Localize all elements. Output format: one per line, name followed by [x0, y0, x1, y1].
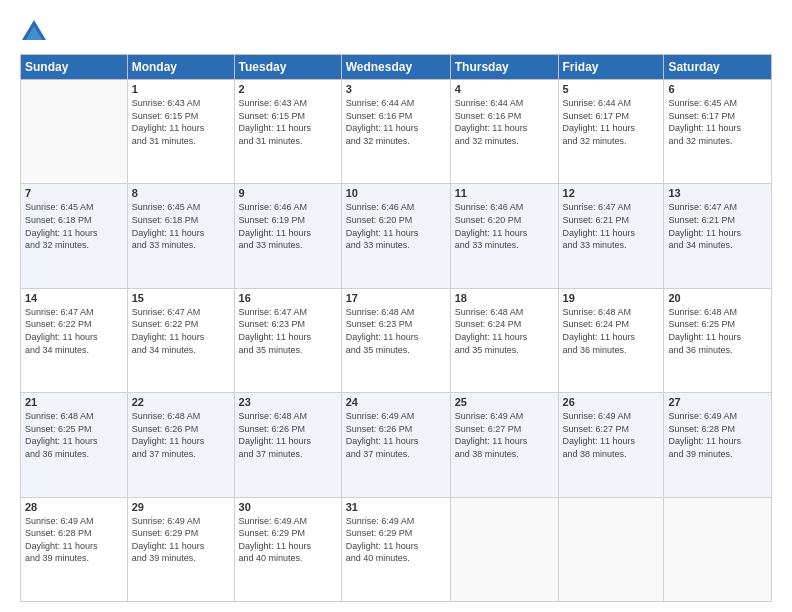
day-info: Sunrise: 6:47 AM Sunset: 6:22 PM Dayligh…: [25, 306, 123, 356]
header-sunday: Sunday: [21, 55, 128, 80]
day-number: 18: [455, 292, 554, 304]
day-info: Sunrise: 6:49 AM Sunset: 6:29 PM Dayligh…: [239, 515, 337, 565]
day-number: 25: [455, 396, 554, 408]
day-number: 12: [563, 187, 660, 199]
day-number: 10: [346, 187, 446, 199]
calendar-cell: 18Sunrise: 6:48 AM Sunset: 6:24 PM Dayli…: [450, 288, 558, 392]
day-number: 20: [668, 292, 767, 304]
day-info: Sunrise: 6:47 AM Sunset: 6:22 PM Dayligh…: [132, 306, 230, 356]
calendar-cell: 11Sunrise: 6:46 AM Sunset: 6:20 PM Dayli…: [450, 184, 558, 288]
day-info: Sunrise: 6:48 AM Sunset: 6:23 PM Dayligh…: [346, 306, 446, 356]
day-info: Sunrise: 6:48 AM Sunset: 6:24 PM Dayligh…: [563, 306, 660, 356]
day-number: 16: [239, 292, 337, 304]
day-info: Sunrise: 6:48 AM Sunset: 6:24 PM Dayligh…: [455, 306, 554, 356]
day-info: Sunrise: 6:49 AM Sunset: 6:27 PM Dayligh…: [455, 410, 554, 460]
day-number: 24: [346, 396, 446, 408]
calendar-cell: [450, 497, 558, 601]
calendar-cell: 17Sunrise: 6:48 AM Sunset: 6:23 PM Dayli…: [341, 288, 450, 392]
day-number: 15: [132, 292, 230, 304]
day-info: Sunrise: 6:45 AM Sunset: 6:18 PM Dayligh…: [25, 201, 123, 251]
calendar-week-row: 14Sunrise: 6:47 AM Sunset: 6:22 PM Dayli…: [21, 288, 772, 392]
day-number: 7: [25, 187, 123, 199]
day-info: Sunrise: 6:49 AM Sunset: 6:28 PM Dayligh…: [668, 410, 767, 460]
calendar-cell: 7Sunrise: 6:45 AM Sunset: 6:18 PM Daylig…: [21, 184, 128, 288]
day-number: 17: [346, 292, 446, 304]
calendar-cell: 2Sunrise: 6:43 AM Sunset: 6:15 PM Daylig…: [234, 80, 341, 184]
header-tuesday: Tuesday: [234, 55, 341, 80]
header-wednesday: Wednesday: [341, 55, 450, 80]
calendar-week-row: 1Sunrise: 6:43 AM Sunset: 6:15 PM Daylig…: [21, 80, 772, 184]
calendar-cell: 6Sunrise: 6:45 AM Sunset: 6:17 PM Daylig…: [664, 80, 772, 184]
calendar-cell: 5Sunrise: 6:44 AM Sunset: 6:17 PM Daylig…: [558, 80, 664, 184]
day-number: 26: [563, 396, 660, 408]
day-info: Sunrise: 6:43 AM Sunset: 6:15 PM Dayligh…: [239, 97, 337, 147]
calendar-cell: [664, 497, 772, 601]
day-info: Sunrise: 6:47 AM Sunset: 6:21 PM Dayligh…: [668, 201, 767, 251]
calendar-cell: 1Sunrise: 6:43 AM Sunset: 6:15 PM Daylig…: [127, 80, 234, 184]
day-info: Sunrise: 6:46 AM Sunset: 6:19 PM Dayligh…: [239, 201, 337, 251]
day-number: 4: [455, 83, 554, 95]
day-info: Sunrise: 6:48 AM Sunset: 6:25 PM Dayligh…: [25, 410, 123, 460]
day-info: Sunrise: 6:49 AM Sunset: 6:26 PM Dayligh…: [346, 410, 446, 460]
day-info: Sunrise: 6:47 AM Sunset: 6:21 PM Dayligh…: [563, 201, 660, 251]
calendar-page: Sunday Monday Tuesday Wednesday Thursday…: [0, 0, 792, 612]
calendar-cell: 16Sunrise: 6:47 AM Sunset: 6:23 PM Dayli…: [234, 288, 341, 392]
calendar-cell: 21Sunrise: 6:48 AM Sunset: 6:25 PM Dayli…: [21, 393, 128, 497]
day-info: Sunrise: 6:48 AM Sunset: 6:26 PM Dayligh…: [132, 410, 230, 460]
day-number: 2: [239, 83, 337, 95]
calendar-cell: 13Sunrise: 6:47 AM Sunset: 6:21 PM Dayli…: [664, 184, 772, 288]
day-number: 13: [668, 187, 767, 199]
day-number: 9: [239, 187, 337, 199]
calendar-cell: 3Sunrise: 6:44 AM Sunset: 6:16 PM Daylig…: [341, 80, 450, 184]
calendar-cell: [558, 497, 664, 601]
day-number: 19: [563, 292, 660, 304]
logo-icon: [20, 18, 48, 46]
day-number: 11: [455, 187, 554, 199]
calendar-cell: 29Sunrise: 6:49 AM Sunset: 6:29 PM Dayli…: [127, 497, 234, 601]
calendar-cell: 25Sunrise: 6:49 AM Sunset: 6:27 PM Dayli…: [450, 393, 558, 497]
calendar-table: Sunday Monday Tuesday Wednesday Thursday…: [20, 54, 772, 602]
day-number: 5: [563, 83, 660, 95]
calendar-cell: 23Sunrise: 6:48 AM Sunset: 6:26 PM Dayli…: [234, 393, 341, 497]
calendar-cell: 10Sunrise: 6:46 AM Sunset: 6:20 PM Dayli…: [341, 184, 450, 288]
calendar-week-row: 28Sunrise: 6:49 AM Sunset: 6:28 PM Dayli…: [21, 497, 772, 601]
day-info: Sunrise: 6:45 AM Sunset: 6:18 PM Dayligh…: [132, 201, 230, 251]
day-number: 3: [346, 83, 446, 95]
header-thursday: Thursday: [450, 55, 558, 80]
day-number: 21: [25, 396, 123, 408]
weekday-header-row: Sunday Monday Tuesday Wednesday Thursday…: [21, 55, 772, 80]
calendar-cell: 26Sunrise: 6:49 AM Sunset: 6:27 PM Dayli…: [558, 393, 664, 497]
calendar-cell: 9Sunrise: 6:46 AM Sunset: 6:19 PM Daylig…: [234, 184, 341, 288]
day-info: Sunrise: 6:45 AM Sunset: 6:17 PM Dayligh…: [668, 97, 767, 147]
day-number: 23: [239, 396, 337, 408]
day-number: 6: [668, 83, 767, 95]
day-info: Sunrise: 6:49 AM Sunset: 6:29 PM Dayligh…: [346, 515, 446, 565]
day-number: 27: [668, 396, 767, 408]
calendar-cell: 8Sunrise: 6:45 AM Sunset: 6:18 PM Daylig…: [127, 184, 234, 288]
calendar-cell: 27Sunrise: 6:49 AM Sunset: 6:28 PM Dayli…: [664, 393, 772, 497]
day-info: Sunrise: 6:49 AM Sunset: 6:29 PM Dayligh…: [132, 515, 230, 565]
day-number: 31: [346, 501, 446, 513]
calendar-cell: 20Sunrise: 6:48 AM Sunset: 6:25 PM Dayli…: [664, 288, 772, 392]
calendar-cell: 19Sunrise: 6:48 AM Sunset: 6:24 PM Dayli…: [558, 288, 664, 392]
day-number: 22: [132, 396, 230, 408]
header-friday: Friday: [558, 55, 664, 80]
day-number: 30: [239, 501, 337, 513]
day-info: Sunrise: 6:43 AM Sunset: 6:15 PM Dayligh…: [132, 97, 230, 147]
day-info: Sunrise: 6:49 AM Sunset: 6:28 PM Dayligh…: [25, 515, 123, 565]
header-saturday: Saturday: [664, 55, 772, 80]
day-info: Sunrise: 6:44 AM Sunset: 6:17 PM Dayligh…: [563, 97, 660, 147]
day-number: 28: [25, 501, 123, 513]
calendar-cell: 12Sunrise: 6:47 AM Sunset: 6:21 PM Dayli…: [558, 184, 664, 288]
day-number: 8: [132, 187, 230, 199]
day-info: Sunrise: 6:47 AM Sunset: 6:23 PM Dayligh…: [239, 306, 337, 356]
calendar-week-row: 7Sunrise: 6:45 AM Sunset: 6:18 PM Daylig…: [21, 184, 772, 288]
calendar-cell: 4Sunrise: 6:44 AM Sunset: 6:16 PM Daylig…: [450, 80, 558, 184]
calendar-week-row: 21Sunrise: 6:48 AM Sunset: 6:25 PM Dayli…: [21, 393, 772, 497]
day-info: Sunrise: 6:44 AM Sunset: 6:16 PM Dayligh…: [455, 97, 554, 147]
header: [20, 18, 772, 46]
day-info: Sunrise: 6:49 AM Sunset: 6:27 PM Dayligh…: [563, 410, 660, 460]
day-info: Sunrise: 6:46 AM Sunset: 6:20 PM Dayligh…: [455, 201, 554, 251]
day-info: Sunrise: 6:48 AM Sunset: 6:25 PM Dayligh…: [668, 306, 767, 356]
day-info: Sunrise: 6:46 AM Sunset: 6:20 PM Dayligh…: [346, 201, 446, 251]
